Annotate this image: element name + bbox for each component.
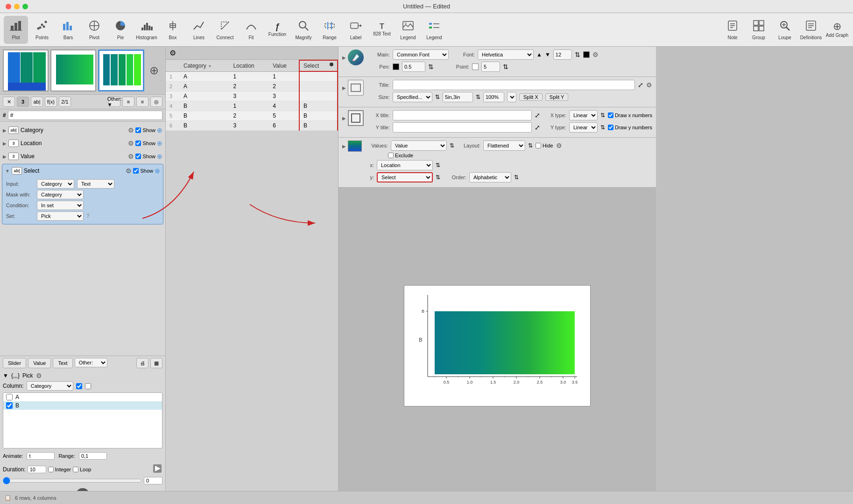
values-toggle[interactable]: ▶ <box>342 144 346 149</box>
tool-bars[interactable]: Bars <box>56 16 80 44</box>
col-header-value[interactable]: Value <box>269 60 299 71</box>
cell-select[interactable]: B <box>299 120 338 130</box>
add-icon[interactable]: ⊕ <box>157 140 162 147</box>
exclude-checkbox[interactable]: Exclude <box>388 153 413 158</box>
tool-points[interactable]: Points <box>30 16 54 44</box>
main-toggle[interactable]: ▶ <box>342 55 346 60</box>
tab-value[interactable]: Value <box>28 358 51 368</box>
layout-arrows[interactable]: ⇅ <box>528 142 533 149</box>
tab-slider[interactable]: Slider <box>3 358 26 368</box>
tool-definitions[interactable]: Definitions <box>799 16 823 44</box>
integer-checkbox[interactable]: Integer <box>48 467 71 472</box>
x-axis-arrows[interactable]: ⇅ <box>436 162 440 168</box>
gear-icon[interactable]: ⚙ <box>128 140 134 147</box>
tool-pivot[interactable]: Pivot <box>82 16 106 44</box>
minimize-button[interactable] <box>14 4 20 9</box>
pen-arrows[interactable]: ⇅ <box>428 63 434 70</box>
tool-text[interactable]: T 828 Text <box>370 16 394 44</box>
cell-select[interactable] <box>299 91 338 101</box>
tool-connect[interactable]: Connect <box>213 16 237 44</box>
var-item-category[interactable]: ▶ ab| Category ⚙ Show ⊕ <box>0 124 165 137</box>
mask-select[interactable]: Category <box>37 190 84 199</box>
cell-location[interactable]: 2 <box>229 111 269 120</box>
add-icon[interactable]: ⊕ <box>157 126 162 134</box>
pick-gear-icon[interactable]: ⚙ <box>36 372 42 379</box>
scrubber-input[interactable] <box>3 477 142 484</box>
x-axis-select[interactable]: Location <box>377 160 433 170</box>
column-select[interactable]: Category <box>27 381 73 391</box>
hash-input[interactable] <box>8 111 162 120</box>
x-title-input[interactable] <box>393 110 532 120</box>
expand-icon[interactable]: ▼ <box>3 372 8 379</box>
font-down-icon[interactable]: ▼ <box>545 51 550 58</box>
cell-location[interactable]: 1 <box>229 101 269 111</box>
tool-note[interactable]: Note <box>720 16 745 44</box>
col-checkbox-2[interactable] <box>85 383 91 389</box>
cell-location[interactable]: 1 <box>229 71 269 81</box>
ctrl-other-button[interactable]: Other: ▼ <box>108 97 120 107</box>
show-checkbox-value[interactable]: Show <box>135 154 155 159</box>
dimensions-input[interactable] <box>443 92 473 102</box>
title-gear-icon[interactable]: ⚙ <box>646 81 652 89</box>
add-icon[interactable]: ⊕ <box>155 167 160 175</box>
font-family-select[interactable]: Helvetica <box>478 49 534 60</box>
thumbnail-3[interactable] <box>98 49 144 91</box>
font-size-arrows[interactable]: ⇅ <box>575 51 580 58</box>
values-select[interactable]: Value <box>391 140 447 151</box>
add-graph-button[interactable]: ⊕ <box>146 62 162 79</box>
main-gear-icon[interactable]: ⚙ <box>592 51 599 58</box>
tool-pie[interactable]: Pie <box>108 16 133 44</box>
y-title-input[interactable] <box>393 122 532 133</box>
font-color-swatch[interactable] <box>583 51 590 58</box>
animate-input[interactable] <box>27 452 55 460</box>
gear-icon[interactable]: ⚙ <box>126 167 132 175</box>
tool-box[interactable]: Box <box>161 16 185 44</box>
cell-category[interactable]: B <box>180 120 229 130</box>
cell-value[interactable]: 4 <box>269 101 299 111</box>
record-icon[interactable] <box>152 463 162 475</box>
cell-value[interactable]: 5 <box>269 111 299 120</box>
tool-plot[interactable]: Plot <box>4 16 28 44</box>
values-arrows[interactable]: ⇅ <box>450 142 454 149</box>
cell-select[interactable] <box>299 81 338 91</box>
col-header-location[interactable]: Location <box>229 60 269 71</box>
font-up-icon[interactable]: ▲ <box>536 51 542 58</box>
tool-graphic[interactable]: Legend <box>396 16 420 44</box>
draw-y-checkbox[interactable]: Draw y numbers <box>608 125 652 130</box>
ctrl-fx-button[interactable]: f(x) <box>45 97 57 107</box>
pick-checkbox-a[interactable] <box>6 394 13 400</box>
pen-color-swatch[interactable] <box>393 63 399 70</box>
scrubber-value[interactable] <box>144 477 162 484</box>
cell-select[interactable]: B <box>299 101 338 111</box>
ctrl-x-button[interactable]: ✕ <box>3 97 15 107</box>
close-button[interactable] <box>6 4 11 9</box>
title-toggle[interactable]: ▶ <box>342 85 346 91</box>
order-arrows[interactable]: ⇅ <box>514 174 519 181</box>
gear-icon[interactable]: ⚙ <box>128 153 134 160</box>
tool-function[interactable]: ƒ Function <box>265 16 289 44</box>
print-icon[interactable]: 🖨 <box>136 358 148 368</box>
ctrl-align-right[interactable]: ≡ <box>136 97 148 107</box>
set-select[interactable]: Pick <box>37 211 84 221</box>
tool-label[interactable]: Label <box>344 16 368 44</box>
order-select[interactable]: Alphabetic <box>469 172 511 182</box>
y-type-arrows[interactable]: ⇅ <box>600 124 605 131</box>
tool-magnify[interactable]: Magnify <box>291 16 316 44</box>
cell-value[interactable]: 2 <box>269 81 299 91</box>
cell-location[interactable]: 3 <box>229 91 269 101</box>
hide-checkbox[interactable]: Hide <box>536 143 553 148</box>
pick-item-a[interactable]: A <box>3 393 162 401</box>
var-item-location[interactable]: ▶ 3 Location ⚙ Show ⊕ <box>0 137 165 150</box>
title-expand-icon[interactable]: ⤢ <box>638 81 643 89</box>
loop-checkbox[interactable]: Loop <box>73 467 91 472</box>
var-item-select[interactable]: ▼ ab| Select ⚙ Show ⊕ <box>2 164 163 177</box>
size-arrows[interactable]: ⇅ <box>435 94 440 100</box>
xy-toggle[interactable]: ▶ <box>342 116 346 121</box>
cell-category[interactable]: A <box>180 81 229 91</box>
x-type-arrows[interactable]: ⇅ <box>600 112 605 119</box>
tool-add-graph[interactable]: ⊕ Add Graph <box>825 16 849 44</box>
ctrl-ab-button[interactable]: ab| <box>31 97 43 107</box>
input-type-select[interactable]: Text <box>77 179 114 189</box>
main-font-select[interactable]: Common Font <box>393 49 449 60</box>
x-type-select[interactable]: Linear <box>569 110 598 120</box>
